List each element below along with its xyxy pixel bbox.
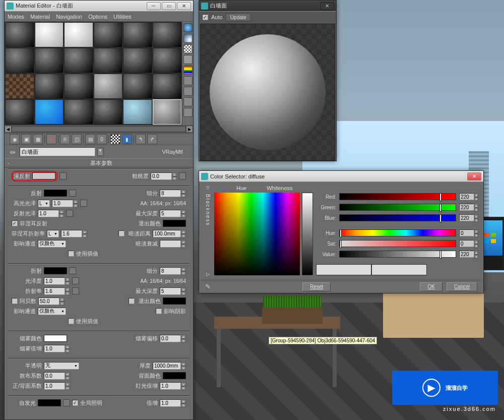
- go-parent-button[interactable]: ↰: [136, 134, 146, 144]
- dim-falloff-spinner[interactable]: ▲▼: [160, 240, 186, 248]
- material-slot[interactable]: [153, 48, 182, 73]
- selfillum-swatch[interactable]: [38, 399, 61, 406]
- scroll-left-icon[interactable]: ◀: [5, 126, 12, 133]
- fb-coeff-spinner[interactable]: ▲▼: [44, 382, 70, 390]
- reset-map-button[interactable]: ✕: [46, 134, 56, 144]
- refract-subdiv-spinner[interactable]: ▲▼: [160, 267, 186, 275]
- material-slot[interactable]: [5, 48, 34, 73]
- sample-uv-button[interactable]: [183, 55, 193, 64]
- new-color-swatch[interactable]: [371, 264, 427, 275]
- diffuse-map-button[interactable]: [59, 172, 67, 179]
- preview-viewport[interactable]: [200, 24, 335, 161]
- material-slot[interactable]: [94, 99, 123, 125]
- material-slot[interactable]: [35, 48, 64, 73]
- dim-dist-checkbox[interactable]: [118, 230, 124, 236]
- refract-color-swatch[interactable]: [44, 267, 67, 274]
- material-name-input[interactable]: [20, 147, 95, 156]
- background-button[interactable]: [183, 44, 193, 53]
- material-slot[interactable]: [35, 74, 64, 99]
- material-slot[interactable]: [153, 74, 182, 99]
- material-slot-selected[interactable]: [153, 99, 182, 125]
- make-unique-button[interactable]: ◫: [72, 134, 82, 144]
- sat-slider[interactable]: [339, 240, 456, 247]
- ok-button[interactable]: OK: [420, 282, 442, 291]
- refr-affect-chan-dropdown[interactable]: 仅颜色: [38, 308, 66, 315]
- material-slot[interactable]: [35, 22, 64, 47]
- abbe-spinner[interactable]: ▲▼: [38, 297, 65, 305]
- material-slot[interactable]: [123, 48, 152, 73]
- reflect-subdiv-spinner[interactable]: ▲▼: [160, 190, 186, 197]
- blue-value-spinner[interactable]: ▲▼: [459, 214, 478, 222]
- get-material-button[interactable]: ◉: [10, 134, 20, 144]
- video-check-button[interactable]: [183, 66, 193, 75]
- menu-navigation[interactable]: Navigation: [56, 14, 82, 20]
- put-to-lib-button[interactable]: ▤: [85, 134, 95, 144]
- glossiness-map-button[interactable]: [72, 277, 79, 284]
- fog-color-swatch[interactable]: [44, 335, 67, 342]
- value-value-spinner[interactable]: ▲▼: [459, 251, 478, 258]
- whiteness-slider[interactable]: [302, 193, 313, 275]
- material-slot[interactable]: [94, 74, 123, 99]
- mat-id-button[interactable]: 0: [97, 134, 107, 144]
- reflect-map-button[interactable]: [69, 190, 76, 197]
- color-sel-close-button[interactable]: ✕: [467, 172, 481, 181]
- back-color-swatch[interactable]: [163, 372, 186, 379]
- dim-dist-spinner[interactable]: ▲▼: [153, 230, 186, 237]
- value-slider[interactable]: [339, 251, 456, 258]
- material-slot[interactable]: [123, 22, 152, 47]
- options-button[interactable]: [183, 87, 193, 96]
- fresnel-ior-spinner[interactable]: ▲▼: [61, 230, 87, 237]
- old-color-swatch[interactable]: [316, 264, 371, 275]
- eyedropper-icon[interactable]: ✎: [205, 283, 213, 291]
- material-slot[interactable]: [94, 48, 123, 73]
- mat-editor-titlebar[interactable]: Material Editor - 白墙面 ─ ▭ ✕: [5, 1, 193, 12]
- material-slot[interactable]: [5, 99, 34, 125]
- gi-checkbox[interactable]: [72, 400, 78, 406]
- hue-value-spinner[interactable]: ▲▼: [459, 229, 478, 237]
- use-interp2-checkbox[interactable]: [68, 318, 74, 324]
- cancel-button[interactable]: Cancel: [447, 282, 477, 291]
- use-interp-checkbox[interactable]: [68, 251, 74, 257]
- green-slider[interactable]: [339, 204, 456, 211]
- material-slot[interactable]: [153, 22, 182, 47]
- translucent-dropdown[interactable]: 无: [44, 362, 79, 370]
- make-preview-button[interactable]: [183, 76, 193, 85]
- menu-material[interactable]: Material: [30, 14, 50, 20]
- refr-max-depth-spinner[interactable]: ▲▼: [160, 287, 186, 295]
- ior-spinner[interactable]: ▲▼: [44, 287, 70, 295]
- material-type-button[interactable]: VRayMtl: [162, 149, 183, 155]
- refr-exit-swatch[interactable]: [163, 297, 186, 305]
- close-button[interactable]: ✕: [177, 2, 191, 10]
- mat-map-nav-button[interactable]: [183, 108, 193, 117]
- ior-map-button[interactable]: [72, 287, 79, 294]
- mat-grid-scrollbar[interactable]: ◀ ▶: [5, 125, 193, 133]
- scroll-right-icon[interactable]: ▶: [186, 126, 193, 133]
- refr-exit-checkbox[interactable]: [129, 298, 135, 304]
- reflect-color-swatch[interactable]: [44, 190, 67, 197]
- hilight-lock-button[interactable]: L: [38, 200, 50, 207]
- material-slot[interactable]: [64, 48, 93, 73]
- maximize-button[interactable]: ▭: [162, 2, 176, 10]
- glossiness-spinner[interactable]: ▲▼: [44, 277, 70, 285]
- fog-mult-spinner[interactable]: ▲▼: [44, 345, 70, 352]
- make-copy-button[interactable]: ⎘: [60, 134, 70, 144]
- scatter-spinner[interactable]: ▲▼: [44, 372, 70, 380]
- preview-titlebar[interactable]: 白墙面 ✕: [199, 1, 336, 12]
- exit-color-swatch[interactable]: [163, 220, 186, 227]
- go-sibling-button[interactable]: ↱: [147, 134, 157, 144]
- menu-modes[interactable]: Modes: [8, 14, 24, 20]
- refl-gloss-map-button[interactable]: [66, 210, 73, 217]
- material-slot[interactable]: [123, 74, 152, 99]
- selfillum-map-button[interactable]: [63, 399, 70, 406]
- green-value-spinner[interactable]: ▲▼: [459, 204, 478, 211]
- reset-button[interactable]: Reset: [302, 282, 331, 291]
- preview-close-button[interactable]: ✕: [320, 2, 334, 10]
- material-slot[interactable]: [123, 99, 152, 125]
- fog-bias-spinner[interactable]: ▲▼: [160, 335, 186, 342]
- hue-picker-area[interactable]: [214, 193, 300, 275]
- put-to-scene-button[interactable]: ▣: [21, 134, 31, 144]
- hue-slider[interactable]: [339, 229, 456, 236]
- fresnel-checkbox[interactable]: [12, 220, 18, 226]
- backlight-button[interactable]: [183, 34, 193, 43]
- max-depth-spinner[interactable]: ▲▼: [160, 210, 186, 217]
